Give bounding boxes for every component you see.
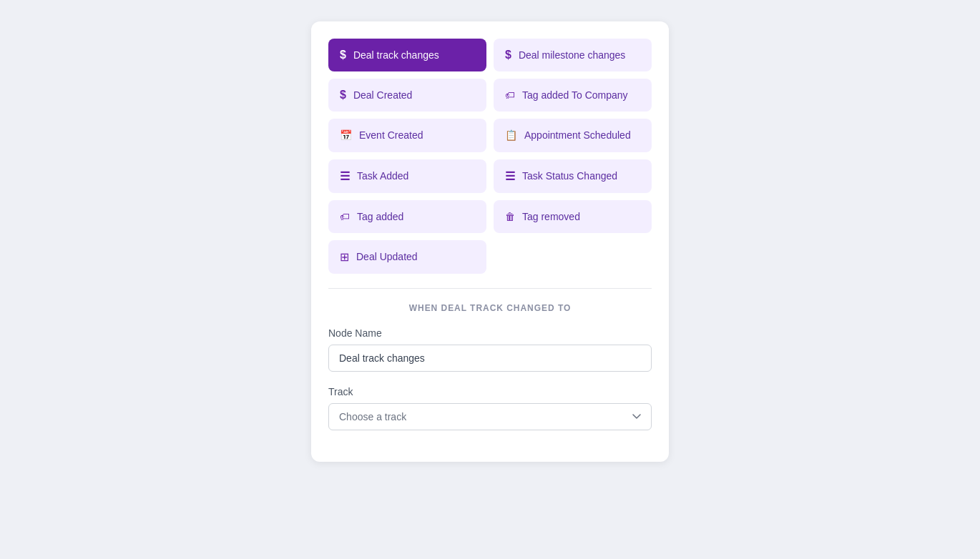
- tag-remove-icon: [505, 210, 515, 223]
- trigger-tag-added[interactable]: Tag added: [328, 200, 486, 233]
- trigger-grid: Deal track changes Deal milestone change…: [328, 39, 652, 274]
- dollar-icon: [340, 89, 346, 102]
- trigger-task-status-changed[interactable]: Task Status Changed: [494, 159, 652, 193]
- appointment-icon: [505, 129, 517, 142]
- trigger-label: Deal milestone changes: [519, 49, 625, 61]
- trigger-label: Deal track changes: [353, 49, 439, 61]
- section-title: WHEN DEAL TRACK CHANGED TO: [328, 303, 652, 313]
- calendar-icon: [340, 129, 352, 142]
- trigger-tag-removed[interactable]: Tag removed: [494, 200, 652, 233]
- trigger-task-added[interactable]: Task Added: [328, 159, 486, 193]
- trigger-label: Appointment Scheduled: [524, 129, 631, 142]
- trigger-label: Tag added: [357, 210, 403, 223]
- section-divider: [328, 288, 652, 289]
- empty-cell: [494, 240, 652, 274]
- main-card: Deal track changes Deal milestone change…: [311, 21, 669, 462]
- trigger-label: Tag added To Company: [522, 89, 628, 102]
- trigger-event-created[interactable]: Event Created: [328, 119, 486, 152]
- deal-updated-icon: [340, 250, 349, 264]
- trigger-appointment-scheduled[interactable]: Appointment Scheduled: [494, 119, 652, 152]
- node-name-group: Node Name: [328, 327, 652, 372]
- tasklist-icon: [340, 169, 350, 183]
- trigger-label: Event Created: [359, 129, 423, 142]
- taskstatus-icon: [505, 169, 515, 183]
- tag-icon: [505, 89, 515, 102]
- track-label: Track: [328, 386, 652, 397]
- trigger-deal-created[interactable]: Deal Created: [328, 79, 486, 112]
- trigger-deal-track-changes[interactable]: Deal track changes: [328, 39, 486, 71]
- trigger-label: Task Status Changed: [522, 169, 617, 182]
- trigger-deal-updated[interactable]: Deal Updated: [328, 240, 486, 274]
- trigger-label: Deal Created: [353, 89, 413, 102]
- track-select[interactable]: Choose a track Track A Track B Track C: [328, 403, 652, 430]
- trigger-label: Deal Updated: [356, 250, 418, 263]
- tag-add-icon: [340, 210, 350, 223]
- trigger-label: Tag removed: [522, 210, 580, 223]
- trigger-tag-added-to-company[interactable]: Tag added To Company: [494, 79, 652, 112]
- dollar-icon: [505, 49, 511, 61]
- trigger-label: Task Added: [357, 169, 408, 182]
- track-group: Track Choose a track Track A Track B Tra…: [328, 386, 652, 430]
- node-name-input[interactable]: [328, 345, 652, 372]
- dollar-icon: [340, 49, 346, 61]
- node-name-label: Node Name: [328, 327, 652, 339]
- trigger-deal-milestone-changes[interactable]: Deal milestone changes: [494, 39, 652, 71]
